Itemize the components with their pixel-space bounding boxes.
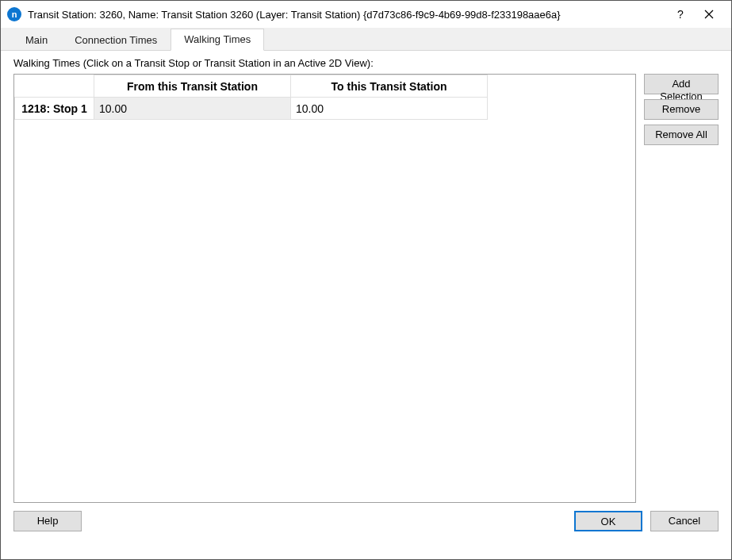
tab-walking-times[interactable]: Walking Times [171, 29, 264, 51]
remove-button[interactable]: Remove [644, 99, 719, 120]
walking-times-grid[interactable]: From this Transit Station To this Transi… [14, 75, 488, 120]
cell-to-this-station[interactable]: 10.00 [291, 98, 488, 120]
tab-bar: Main Connection Times Walking Times [1, 28, 731, 51]
tab-content: Walking Times (Click on a Transit Stop o… [1, 51, 731, 503]
help-icon: ? [677, 8, 684, 21]
grid-row: 1218: Stop 1 10.00 10.00 [15, 98, 488, 120]
main-row: From this Transit Station To this Transi… [13, 74, 719, 503]
tab-connection-times[interactable]: Connection Times [61, 29, 171, 51]
titlebar-close-button[interactable] [695, 3, 723, 25]
column-header-to[interactable]: To this Transit Station [291, 75, 488, 98]
app-icon-letter: n [12, 10, 17, 19]
ok-button[interactable]: OK [574, 511, 642, 531]
walking-times-grid-container: From this Transit Station To this Transi… [13, 74, 636, 503]
help-button[interactable]: Help [13, 511, 82, 531]
app-icon: n [7, 7, 21, 21]
dialog-button-bar: Help OK Cancel [1, 503, 731, 541]
cell-from-this-station[interactable]: 10.00 [94, 98, 291, 120]
column-header-from[interactable]: From this Transit Station [94, 75, 291, 98]
tab-label: Walking Times [184, 33, 251, 45]
cancel-button[interactable]: Cancel [650, 511, 719, 531]
row-header[interactable]: 1218: Stop 1 [15, 98, 94, 120]
tab-label: Connection Times [75, 34, 157, 46]
tab-label: Main [25, 34, 48, 46]
grid-corner-cell [15, 75, 94, 98]
side-button-group: Add Selection Remove Remove All [644, 74, 719, 503]
tab-main[interactable]: Main [12, 29, 61, 51]
remove-all-button[interactable]: Remove All [644, 125, 719, 145]
titlebar-help-button[interactable]: ? [666, 3, 695, 25]
instruction-text: Walking Times (Click on a Transit Stop o… [13, 57, 719, 69]
window-title: Transit Station: 3260, Name: Transit Sta… [28, 9, 666, 21]
add-selection-button[interactable]: Add Selection [644, 74, 719, 94]
grid-header-row: From this Transit Station To this Transi… [15, 75, 488, 98]
close-icon [704, 10, 714, 19]
titlebar: n Transit Station: 3260, Name: Transit S… [1, 1, 731, 28]
